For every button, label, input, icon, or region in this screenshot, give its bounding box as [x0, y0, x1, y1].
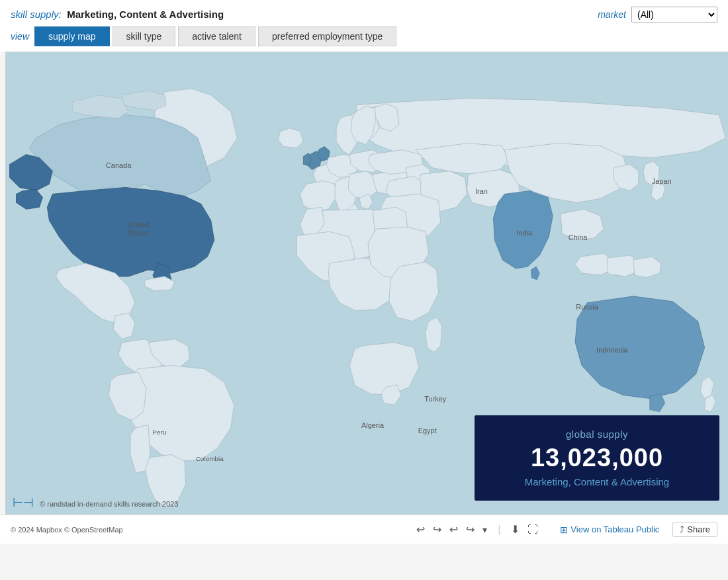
svg-text:Indonesia: Indonesia	[596, 346, 628, 354]
global-supply-label: global supply	[494, 429, 700, 440]
tab-supply-map[interactable]: supply map	[34, 26, 110, 46]
tab-active-talent[interactable]: active talent	[178, 26, 255, 46]
skill-supply-value: Marketing, Content & Advertising	[67, 9, 224, 20]
footer: © 2024 Mapbox © OpenStreetMap ↩ ↪ ↩ ↪ ▾ …	[0, 515, 728, 544]
tableau-icon: ⊞	[560, 524, 568, 535]
share-label: Share	[687, 524, 710, 534]
svg-text:States: States	[128, 229, 149, 237]
chevron-down-icon[interactable]: ▾	[482, 524, 487, 535]
footer-left: © 2024 Mapbox © OpenStreetMap	[11, 526, 123, 534]
tableau-public-link[interactable]: ⊞ View on Tableau Public	[560, 524, 659, 535]
svg-text:Colombia: Colombia	[196, 455, 224, 462]
skill-supply-prefix: skill supply:	[11, 9, 62, 20]
svg-text:China: China	[569, 233, 588, 241]
map-container: United States Canada Russia Turkey Iran …	[5, 52, 728, 515]
back-icon[interactable]: ↩	[449, 523, 458, 536]
svg-text:Peru: Peru	[152, 429, 166, 436]
forward-icon[interactable]: ↪	[466, 523, 475, 536]
tab-skill-type[interactable]: skill type	[113, 26, 176, 46]
svg-text:Japan: Japan	[652, 177, 672, 185]
svg-text:Egypt: Egypt	[418, 427, 437, 435]
tab-bar: view supply map skill type active talent…	[0, 26, 728, 52]
tableau-link-label: View on Tableau Public	[570, 524, 659, 534]
tab-preferred-employment-type[interactable]: preferred employment type	[258, 26, 396, 46]
svg-text:Iran: Iran	[475, 187, 488, 195]
skill-supply-title: skill supply: Marketing, Content & Adver…	[11, 9, 224, 21]
share-icon: ⤴	[680, 524, 684, 534]
header: skill supply: Marketing, Content & Adver…	[0, 0, 728, 26]
market-filter: market (All) United States United Kingdo…	[598, 7, 717, 22]
svg-text:United: United	[128, 220, 149, 228]
redo-icon[interactable]: ↪	[433, 523, 441, 536]
svg-text:Russia: Russia	[576, 303, 598, 311]
svg-text:Turkey: Turkey	[424, 395, 447, 403]
svg-text:Canada: Canada	[106, 161, 132, 169]
global-supply-box: global supply 13,023,000 Marketing, Cont…	[475, 415, 719, 501]
mapbox-copyright: © 2024 Mapbox © OpenStreetMap	[11, 526, 123, 534]
share-button[interactable]: ⤴ Share	[672, 522, 717, 537]
svg-text:India: India	[516, 229, 533, 237]
market-label: market	[598, 9, 626, 20]
svg-text:Algeria: Algeria	[361, 421, 385, 429]
download-icon[interactable]: ⬇	[511, 523, 520, 536]
view-label: view	[11, 31, 29, 42]
undo-icon[interactable]: ↩	[416, 523, 425, 536]
market-select[interactable]: (All) United States United Kingdom Canad…	[631, 7, 717, 22]
global-supply-number: 13,023,000	[494, 444, 700, 472]
global-supply-category: Marketing, Content & Advertising	[494, 476, 700, 487]
footer-right: ↩ ↪ ↩ ↪ ▾ | ⬇ ⛶ ⊞ View on Tableau Public…	[416, 522, 717, 537]
fullscreen-icon[interactable]: ⛶	[527, 524, 538, 536]
